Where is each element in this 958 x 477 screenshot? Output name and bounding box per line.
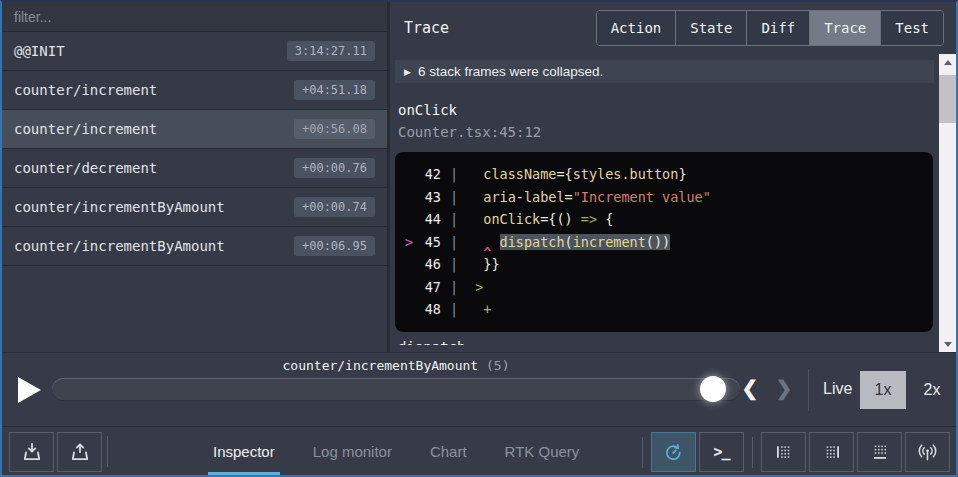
vertical-scrollbar[interactable] [939,54,956,352]
code-line: 46| }}^ [401,253,927,276]
playback-action-label: counter/incrementByAmount (5) [52,358,740,373]
code-block: 42| className={styles.button} 43| aria-l… [395,152,933,332]
collapsed-frames-banner[interactable]: ▶ 6 stack frames were collapsed. [395,60,934,83]
code-line: 47| > [401,276,927,299]
play-button[interactable] [18,377,41,403]
action-row[interactable]: @@INIT3:14:27.11 [2,32,387,71]
dock-bottom-icon [869,441,891,463]
line-number-separator: | [441,253,467,276]
live-button[interactable]: Live [823,380,852,398]
export-icon [68,440,92,464]
inspector-tab-group: ActionStateDiffTraceTest [596,10,944,46]
action-timestamp-badge: +04:51.18 [294,80,375,100]
line-number-separator: | [441,298,467,321]
monitor-tabs: InspectorLog monitorChartRTK Query [208,427,584,475]
line-number-separator: | [441,276,467,299]
action-timestamp-badge: +00:06.95 [294,236,375,256]
expand-arrow-icon: ▶ [404,67,411,77]
export-button[interactable] [57,432,102,472]
dock-bottom-button[interactable] [857,432,902,472]
action-type-label: counter/incrementByAmount [14,199,225,215]
speed-2x-button[interactable]: 2x [917,371,947,409]
monitor-tab-log-monitor[interactable]: Log monitor [308,427,397,475]
trace-body: ▶ 6 stack frames were collapsed. onClick… [390,54,956,352]
action-row[interactable]: counter/increment+00:56.08 [2,110,387,149]
error-caret: ^ [483,242,491,265]
code-text: }}^ [467,253,500,276]
action-row[interactable]: counter/increment+04:51.18 [2,71,387,110]
action-timestamp-badge: +00:00.74 [294,197,375,217]
action-type-label: counter/decrement [14,160,157,176]
current-line-marker-icon [401,298,417,321]
collapsed-frames-text: 6 stack frames were collapsed. [418,64,603,79]
line-number-separator: | [441,163,467,186]
line-number: 42 [417,163,441,186]
code-text: + [467,298,491,321]
line-number-separator: | [441,208,467,231]
action-list-panel: @@INIT3:14:27.11counter/increment+04:51.… [2,2,390,352]
line-number: 45 [417,231,441,254]
line-number: 43 [417,186,441,209]
dock-left-button[interactable] [761,432,806,472]
line-number: 47 [417,276,441,299]
action-row[interactable]: counter/incrementByAmount+00:00.74 [2,188,387,227]
code-text: aria-label="Increment value" [467,186,711,209]
line-number-separator: | [441,186,467,209]
dock-right-icon [821,441,843,463]
scrollbar-thumb[interactable] [939,75,956,123]
tab-trace[interactable]: Trace [809,11,880,45]
current-line-marker-icon [401,208,417,231]
speed-1x-button[interactable]: 1x [860,371,906,409]
tab-diff[interactable]: Diff [746,11,809,45]
code-line: 48| + [401,298,927,321]
code-line: 42| className={styles.button} [401,163,927,186]
action-row[interactable]: counter/incrementByAmount+00:06.95 [2,227,387,266]
playback-action-index: (5) [486,358,509,373]
import-icon [20,440,44,464]
action-row[interactable]: counter/decrement+00:00.76 [2,149,387,188]
tab-state[interactable]: State [675,11,746,45]
playback-slider-track[interactable] [52,378,740,401]
step-back-button[interactable]: ❮ [737,376,763,400]
stack-frame-location[interactable]: Counter.tsx:45:12 [398,124,939,140]
trace-content: ▶ 6 stack frames were collapsed. onClick… [390,54,939,352]
monitor-tab-rtk-query[interactable]: RTK Query [500,427,585,475]
import-button[interactable] [9,432,54,472]
dock-right-button[interactable] [809,432,854,472]
monitor-tab-inspector[interactable]: Inspector [208,427,280,475]
trace-header: Trace ActionStateDiffTraceTest [390,2,956,54]
monitor-tab-chart[interactable]: Chart [425,427,472,475]
filter-input[interactable] [2,2,387,32]
toolbar-icon-group: >_ [637,432,950,472]
dock-left-icon [773,441,795,463]
trace-panel: Trace ActionStateDiffTraceTest ▶ 6 stack… [390,2,956,352]
terminal-icon: >_ [713,443,729,461]
tab-action[interactable]: Action [597,11,676,45]
step-forward-button[interactable]: ❯ [771,376,797,400]
redux-devtools-window: @@INIT3:14:27.11counter/increment+04:51.… [0,0,958,477]
playback-slider-thumb[interactable] [700,376,726,402]
pause-recording-button[interactable] [651,432,696,472]
next-stack-frame-clipped: dispatch [398,339,939,345]
current-line-marker-icon: > [401,231,417,254]
action-timestamp-badge: 3:14:27.11 [287,41,375,61]
line-number: 44 [417,208,441,231]
dispatcher-button[interactable]: >_ [699,432,744,472]
bottom-toolbar: InspectorLog monitorChartRTK Query >_ [2,426,956,475]
main-split: @@INIT3:14:27.11counter/increment+04:51.… [2,2,956,352]
panel-title: Trace [404,19,449,37]
tab-test[interactable]: Test [880,11,943,45]
scroll-up-button[interactable] [939,54,956,70]
code-text: onClick={() => { [467,208,613,231]
line-number-separator: | [441,231,467,254]
scroll-down-button[interactable] [939,336,956,352]
code-text: > [467,276,483,299]
line-number: 46 [417,253,441,276]
remote-broadcast-icon [916,441,939,464]
remote-button[interactable] [905,432,950,472]
current-line-marker-icon [401,253,417,276]
toolbar-divider [642,437,643,468]
action-type-label: counter/increment [14,121,157,137]
playback-divider [808,369,809,411]
action-timestamp-badge: +00:56.08 [294,119,375,139]
